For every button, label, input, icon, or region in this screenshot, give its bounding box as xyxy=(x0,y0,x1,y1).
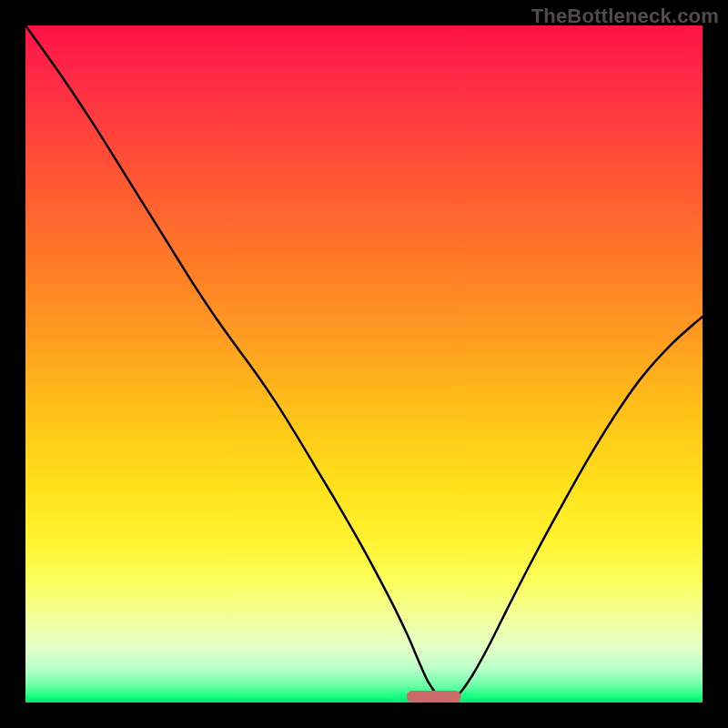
bottleneck-curve xyxy=(25,25,703,703)
plot-area xyxy=(25,25,703,703)
optimal-range-marker xyxy=(407,691,461,703)
chart-svg xyxy=(25,25,703,703)
chart-frame: TheBottleneck.com xyxy=(0,0,728,728)
